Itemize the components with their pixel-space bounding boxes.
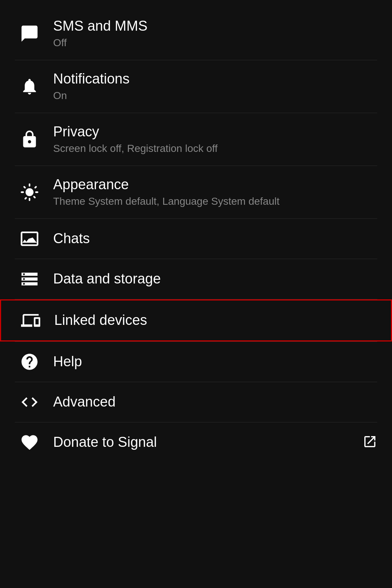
notifications-subtitle: On — [53, 89, 377, 102]
settings-item-data-storage[interactable]: Data and storage — [0, 259, 392, 299]
advanced-title: Advanced — [53, 394, 377, 411]
help-icon — [15, 352, 44, 371]
lock-icon — [15, 130, 44, 149]
settings-item-appearance[interactable]: Appearance Theme System default, Languag… — [0, 166, 392, 218]
chats-title: Chats — [53, 230, 377, 247]
notifications-title: Notifications — [53, 71, 377, 88]
data-storage-title: Data and storage — [53, 271, 377, 288]
settings-item-help[interactable]: Help — [0, 342, 392, 382]
advanced-icon — [15, 392, 44, 412]
linked-devices-icon — [16, 311, 45, 330]
privacy-title: Privacy — [53, 123, 377, 140]
appearance-subtitle: Theme System default, Language System de… — [53, 195, 377, 208]
linked-devices-title: Linked devices — [54, 312, 376, 329]
settings-item-linked-devices[interactable]: Linked devices — [0, 299, 392, 341]
help-title: Help — [53, 353, 377, 370]
settings-item-notifications[interactable]: Notifications On — [0, 60, 392, 113]
chat-icon — [15, 24, 44, 43]
donate-title: Donate to Signal — [53, 434, 362, 451]
image-icon — [15, 229, 44, 248]
appearance-title: Appearance — [53, 176, 377, 193]
external-link-icon — [362, 434, 377, 451]
bell-icon — [15, 77, 44, 96]
settings-item-chats[interactable]: Chats — [0, 219, 392, 259]
heart-icon — [15, 433, 44, 452]
sms-mms-subtitle: Off — [53, 36, 377, 50]
settings-list: SMS and MMS Off Notifications On Privacy… — [0, 0, 392, 462]
privacy-subtitle: Screen lock off, Registration lock off — [53, 142, 377, 155]
storage-icon — [15, 269, 44, 289]
settings-item-privacy[interactable]: Privacy Screen lock off, Registration lo… — [0, 113, 392, 166]
settings-item-sms-mms[interactable]: SMS and MMS Off — [0, 7, 392, 60]
sms-mms-title: SMS and MMS — [53, 18, 377, 35]
sun-icon — [15, 183, 44, 202]
settings-item-donate[interactable]: Donate to Signal — [0, 422, 392, 462]
settings-item-advanced[interactable]: Advanced — [0, 382, 392, 422]
